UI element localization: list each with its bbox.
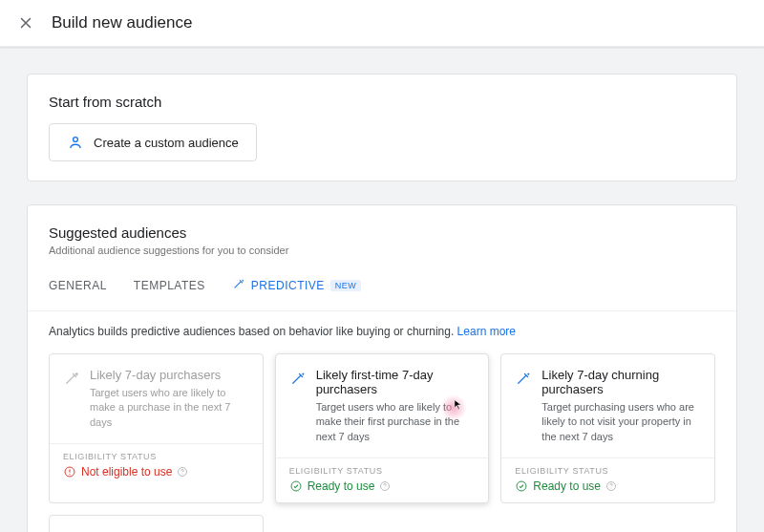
error-icon <box>63 465 76 479</box>
card-likely-7day-purchasers[interactable]: Likely 7-day purchasers Target users who… <box>49 353 264 503</box>
create-custom-audience-button[interactable]: Create a custom audience <box>49 123 257 161</box>
close-icon[interactable] <box>17 14 34 32</box>
check-icon <box>515 479 528 493</box>
tab-predictive-label: PREDICTIVE <box>251 279 325 292</box>
help-icon[interactable] <box>177 466 188 478</box>
magic-wand-icon <box>63 370 80 387</box>
tab-general[interactable]: GENERAL <box>49 269 107 301</box>
predictive-description-text: Analytics builds predictive audiences ba… <box>49 325 454 338</box>
svg-point-9 <box>517 481 526 491</box>
tab-templates[interactable]: TEMPLATES <box>134 269 205 301</box>
svg-point-0 <box>74 138 78 142</box>
magic-wand-icon <box>289 370 307 387</box>
eligibility-label: ELIGIBILITY STATUS <box>515 466 701 476</box>
card-desc: Target users who are likely to make thei… <box>316 400 476 444</box>
top-bar: Build new audience <box>0 0 764 47</box>
card-likely-7day-churning-users[interactable]: Likely 7-day churning users Target activ… <box>49 515 264 532</box>
card-likely-first-time-7day-purchasers[interactable]: Likely first-time 7-day purchasers Targe… <box>275 353 490 503</box>
svg-point-8 <box>385 488 386 489</box>
svg-point-3 <box>69 474 70 475</box>
help-icon[interactable] <box>379 480 391 492</box>
card-desc: Target purchasing users who are likely t… <box>541 400 701 444</box>
tab-predictive[interactable]: PREDICTIVE NEW <box>232 269 362 301</box>
suggested-subheading: Additional audience suggestions for you … <box>49 245 715 256</box>
svg-point-11 <box>611 488 612 489</box>
card-desc: Target users who are likely to make a pu… <box>90 386 249 430</box>
create-custom-audience-label: Create a custom audience <box>94 136 239 150</box>
status-text: Ready to use <box>533 479 601 493</box>
card-likely-7day-churning-purchasers[interactable]: Likely 7-day churning purchasers Target … <box>500 353 715 503</box>
status-ready: Ready to use <box>289 479 476 493</box>
card-title: Likely first-time 7-day purchasers <box>316 368 476 396</box>
person-icon <box>67 134 84 151</box>
predictive-description: Analytics builds predictive audiences ba… <box>49 325 715 338</box>
status-text: Not eligible to use <box>81 465 172 479</box>
magic-wand-icon <box>515 370 532 387</box>
magic-wand-icon <box>232 277 245 293</box>
svg-point-6 <box>291 481 301 491</box>
status-text: Ready to use <box>308 479 375 493</box>
eligibility-label: ELIGIBILITY STATUS <box>289 466 476 476</box>
svg-point-5 <box>182 474 183 475</box>
main-content: Start from scratch Create a custom audie… <box>0 47 764 532</box>
help-icon[interactable] <box>605 480 617 492</box>
suggested-heading: Suggested audiences <box>49 224 715 241</box>
check-icon <box>289 479 303 493</box>
scratch-heading: Start from scratch <box>49 94 715 110</box>
start-from-scratch-panel: Start from scratch Create a custom audie… <box>27 74 737 181</box>
status-ready: Ready to use <box>515 479 701 493</box>
tabs-row: GENERAL TEMPLATES PREDICTIVE NEW <box>49 269 715 301</box>
learn-more-link[interactable]: Learn more <box>457 325 516 338</box>
card-title: Likely 7-day purchasers <box>90 368 249 382</box>
status-not-eligible: Not eligible to use <box>63 465 249 479</box>
card-title: Likely 7-day churning purchasers <box>541 368 701 396</box>
new-badge: NEW <box>330 280 362 291</box>
cards-grid: Likely 7-day purchasers Target users who… <box>49 353 715 532</box>
page-title: Build new audience <box>52 13 192 32</box>
suggested-audiences-panel: Suggested audiences Additional audience … <box>27 204 737 532</box>
eligibility-label: ELIGIBILITY STATUS <box>63 452 249 461</box>
divider <box>28 310 736 311</box>
